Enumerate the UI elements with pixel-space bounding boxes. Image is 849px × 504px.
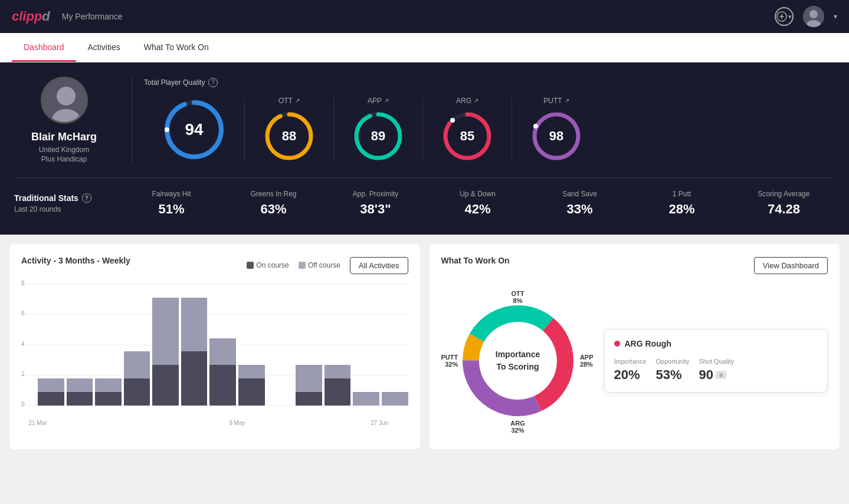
- bar-off-5: [181, 298, 208, 352]
- trad-subtitle: Last 20 rounds: [14, 205, 120, 213]
- bottom-panels: Activity - 3 Months - Weekly On course O…: [0, 235, 849, 459]
- grid-label-0: 0: [21, 401, 25, 407]
- tab-activities[interactable]: Activities: [76, 33, 132, 62]
- tpq-container: Total Player Quality ? 94: [144, 78, 601, 163]
- header-right: ▾ ▾: [775, 6, 837, 27]
- view-dashboard-button[interactable]: View Dashboard: [754, 257, 828, 274]
- scores-row: 94 OTT ↗: [144, 97, 601, 163]
- bar-group-3: [124, 284, 150, 406]
- stat-scoring-value: 74.28: [733, 202, 835, 217]
- stat-updown-label: Up & Down: [427, 190, 529, 198]
- putt-arrow: ↗: [565, 97, 569, 104]
- stat-greens: Greens In Reg 63%: [222, 190, 324, 217]
- bar-group-8: [267, 284, 294, 406]
- stat-scoring: Scoring Average 74.28: [733, 190, 835, 217]
- ott-donut-label: OTT 8%: [512, 290, 525, 304]
- bar-off-0: [38, 378, 64, 392]
- bar-on-5: [181, 351, 208, 406]
- stat-oneputt: 1 Putt 28%: [631, 190, 733, 217]
- bar-off-1: [67, 378, 93, 392]
- legend-off-course-dot: [299, 262, 306, 269]
- bar-off-2: [95, 378, 122, 392]
- bar-on-6: [209, 365, 236, 406]
- putt-value: 98: [549, 129, 563, 144]
- stat-proximity: App. Proximity 38'3": [324, 190, 427, 217]
- stat-oneputt-label: 1 Putt: [631, 190, 733, 198]
- metric-importance-value: 20%: [614, 367, 647, 383]
- ott-value: 88: [282, 129, 296, 144]
- metric-opportunity-value: 53%: [656, 367, 690, 383]
- info-card-dot: [614, 341, 620, 347]
- tab-what-to-work-on[interactable]: What To Work On: [132, 33, 221, 62]
- tpq-label: Total Player Quality ?: [144, 78, 601, 87]
- metric-shot-quality-tag: ≡: [716, 371, 726, 379]
- bar-off-7: [238, 365, 265, 378]
- ott-label: OTT ↗: [278, 97, 300, 105]
- player-name: Blair McHarg: [31, 131, 97, 143]
- bar-off-3: [124, 351, 150, 378]
- legend-on-course-dot: [247, 262, 254, 269]
- gauge-arg: 85: [441, 110, 494, 163]
- grid-label-4: 4: [21, 341, 25, 347]
- player-country: United Kingdom: [39, 146, 89, 154]
- avatar-chevron: ▾: [834, 12, 837, 21]
- wtwo-panel: What To Work On View Dashboard: [430, 244, 840, 449]
- x-label-2: 9 May: [229, 420, 245, 426]
- bar-group-10: [324, 284, 351, 406]
- chart-legend: On course Off course: [247, 261, 340, 269]
- metric-opportunity-label: Opportunity: [656, 358, 690, 365]
- header-title: My Performance: [62, 12, 123, 21]
- legend-off-course: Off course: [299, 261, 340, 269]
- trad-help-icon[interactable]: ?: [82, 193, 91, 203]
- all-activities-button[interactable]: All Activities: [350, 257, 408, 274]
- donut-center-label: Importance To Scoring: [496, 348, 540, 373]
- bar-on-9: [296, 392, 322, 406]
- add-button[interactable]: ▾: [775, 7, 794, 26]
- add-chevron: ▾: [788, 13, 792, 21]
- wtwo-content: Importance To Scoring OTT 8% APP 28% ARG…: [441, 284, 828, 437]
- bar-group-5: [181, 284, 208, 406]
- tpq-help-icon[interactable]: ?: [208, 78, 218, 87]
- metric-importance-label: Importance: [614, 358, 647, 365]
- bar-on-2: [95, 392, 122, 406]
- app-donut-label: APP 28%: [580, 354, 594, 368]
- arg-donut-label: ARG 32%: [510, 420, 525, 434]
- trad-title: Traditional Stats ?: [14, 193, 120, 203]
- stat-greens-label: Greens In Reg: [222, 190, 324, 198]
- grid-label-8: 8: [21, 280, 25, 286]
- stat-fairways-label: Fairways Hit: [120, 190, 222, 198]
- activity-panel: Activity - 3 Months - Weekly On course O…: [9, 244, 420, 449]
- score-ott: OTT ↗ 88: [245, 97, 334, 163]
- grid-label-6: 6: [21, 310, 25, 317]
- putt-donut-label: PUTT 32%: [441, 354, 458, 368]
- trad-label-section: Traditional Stats ? Last 20 rounds: [14, 193, 120, 213]
- tab-dashboard[interactable]: Dashboard: [12, 33, 76, 62]
- app-logo[interactable]: clippd: [12, 9, 50, 24]
- donut-chart-area: Importance To Scoring OTT 8% APP 28% ARG…: [441, 284, 595, 437]
- bar-group-12: [382, 284, 408, 406]
- user-avatar-button[interactable]: [803, 6, 824, 27]
- stat-sandsave-value: 33%: [529, 202, 631, 217]
- gauge-putt: 98: [530, 110, 583, 163]
- app-label: APP ↗: [368, 97, 389, 105]
- stat-fairways-value: 51%: [120, 202, 222, 217]
- bar-on-3: [124, 378, 150, 406]
- gauge-ott: 88: [263, 110, 316, 163]
- info-card: ARG Rough Importance 20% Opportunity 53%…: [604, 329, 828, 393]
- stat-scoring-label: Scoring Average: [733, 190, 835, 198]
- arg-label: ARG ↗: [456, 97, 478, 105]
- score-arg: ARG ↗ 85: [423, 97, 512, 163]
- score-putt: PUTT ↗ 98: [512, 97, 601, 163]
- gauge-tpq: 94: [162, 97, 227, 162]
- bar-off-10: [324, 365, 351, 378]
- hero-top: Blair McHarg United Kingdom Plus Handica…: [14, 77, 835, 163]
- stat-updown: Up & Down 42%: [427, 190, 529, 217]
- svg-point-4: [809, 10, 818, 18]
- gauge-app: 89: [352, 110, 405, 163]
- stat-greens-value: 63%: [222, 202, 324, 217]
- tpq-value: 94: [185, 120, 203, 139]
- bar-group-1: [67, 284, 93, 406]
- bar-off-4: [152, 298, 179, 365]
- bar-off-12: [382, 392, 408, 406]
- score-tpq: 94: [144, 97, 245, 162]
